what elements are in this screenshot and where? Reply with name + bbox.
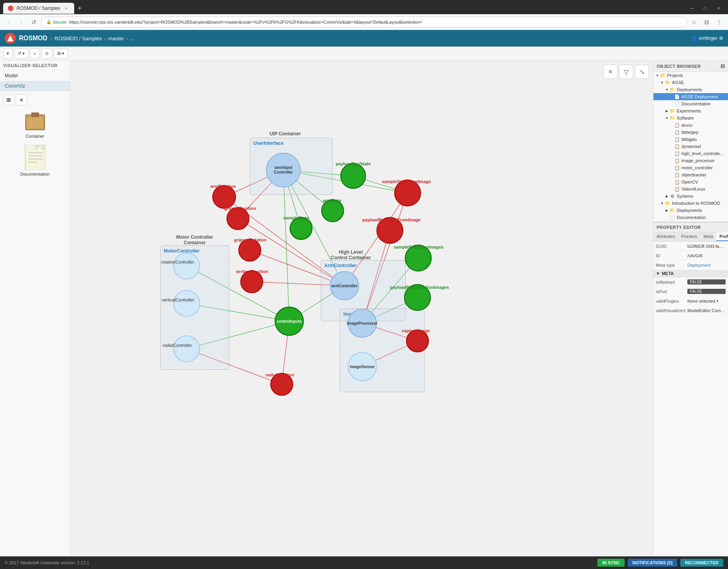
prop-row-validvisualizers: validVisualizers ModelEditor CommV...	[653, 306, 728, 315]
node-rotationController[interactable]	[173, 253, 200, 279]
prop-key-id: ID	[656, 253, 687, 258]
refresh-btn[interactable]: ⊙	[41, 49, 52, 59]
sidebar-item-model[interactable]: Model	[0, 71, 70, 81]
sidebar-item-commviz[interactable]: CommViz	[0, 81, 70, 91]
reconnected-btn[interactable]: RECONNECTED	[680, 559, 723, 567]
node-imageSensor[interactable]: imageSensor	[348, 352, 377, 381]
back-btn[interactable]: ‹	[3, 17, 14, 28]
node-radialController[interactable]	[173, 335, 200, 362]
tree-item-image-processor[interactable]: 📋 image_processor	[653, 157, 728, 164]
tab-close-btn[interactable]: ×	[64, 6, 69, 11]
maximize-btn[interactable]: □	[699, 3, 711, 14]
file-icon: 📋	[674, 179, 680, 185]
minimize-btn[interactable]: ─	[685, 3, 698, 14]
canvas-fit-btn[interactable]: ⤡	[635, 65, 649, 79]
tree-item-high-level[interactable]: 📋 high_level_controlle...	[653, 150, 728, 157]
svg-rect-1	[31, 112, 39, 117]
canvas-filter-btn[interactable]: ▽	[619, 65, 633, 79]
node-controlInputs[interactable]: controlInputs	[275, 307, 304, 336]
prop-value-isabstract[interactable]: FALSE	[687, 279, 726, 284]
tree-item-deployments[interactable]: ▼ 📁 Deployments	[653, 86, 728, 93]
tree-item-aruco[interactable]: 📋 aruco	[653, 122, 728, 129]
prop-value-validplugins[interactable]: None selected	[687, 299, 726, 303]
node-label-imageSensor-inner: imageSensor	[350, 365, 375, 369]
tree-label-aruco: aruco	[681, 123, 692, 127]
new-tab-btn[interactable]: +	[74, 3, 85, 14]
node-verticalController[interactable]	[173, 290, 200, 317]
tree-item-intro-rosmod[interactable]: ▼ 📁 Introduction to ROSMOD	[653, 200, 728, 207]
tree-item-intro-deployments[interactable]: ▶ 📁 Deployments	[653, 207, 728, 214]
file-icon: 📋	[674, 165, 680, 170]
tree-arrow: ▶	[664, 209, 669, 212]
forward-btn[interactable]: ›	[16, 17, 27, 28]
redo-btn[interactable]: ↺ ▾	[14, 49, 28, 59]
tree-label-video4linux: Video4Linux	[681, 187, 705, 191]
tree-item-agse-deployment[interactable]: 📄 AGSE Deployment	[653, 93, 728, 100]
node-label-armController-inner: armController	[331, 284, 357, 288]
prop-row-isport: isPort FALSE	[653, 287, 728, 296]
breadcrumb-sep1: ›	[51, 36, 52, 41]
tree-item-software-agse[interactable]: ▼ 📁 Software	[653, 114, 728, 122]
tab-attributes[interactable]: Attributes	[653, 232, 678, 241]
tree-item-documentation[interactable]: 📄 Documentation	[653, 100, 728, 107]
breadcrumb-item1[interactable]: ROSMOD / Samples	[54, 36, 102, 41]
node-label-captureImage: captureImage	[402, 328, 430, 333]
tree-item-intro-documentation[interactable]: 📄 Documentation	[653, 214, 728, 221]
node-sampleState[interactable]	[290, 217, 313, 240]
reload-btn[interactable]: ↺	[28, 17, 39, 28]
node-label-verticalController: verticalController	[162, 298, 195, 302]
doc-palette-icon	[25, 145, 45, 170]
prop-value-isport[interactable]: FALSE	[687, 289, 726, 294]
doc-palette-label: Documentation	[21, 172, 50, 176]
uip-component-label: UserInterface	[253, 140, 284, 146]
tree-item-objecttracker[interactable]: 📋 objecttracker	[653, 171, 728, 178]
add-btn[interactable]: +	[30, 49, 39, 59]
tree-item-systems[interactable]: ▶ ⚙ Systems	[653, 193, 728, 200]
tree-label-projects: Projects	[667, 73, 683, 78]
notifications-btn[interactable]: NOTIFICATIONS [0]	[628, 559, 677, 567]
tree-arrow: ▶	[664, 195, 669, 198]
node-userInputController[interactable]: userInputController	[266, 153, 301, 187]
grid-view-btn[interactable]: ⊞	[3, 94, 14, 105]
sync-btn[interactable]: IN SYNC	[597, 559, 625, 567]
tree-item-experiments[interactable]: ▶ 📁 Experiments	[653, 107, 728, 114]
tree-item-video4linux[interactable]: 📋 Video4Linux	[653, 185, 728, 193]
meta-section: ▼ META	[653, 270, 728, 277]
motor-component-label: MotorController	[164, 248, 200, 254]
tree-item-bbbgpio[interactable]: 📋 bbbgpio	[653, 136, 728, 143]
object-browser-header: OBJECT BROWSER ⊟	[653, 61, 728, 72]
palette-container-item[interactable]: Container	[0, 109, 70, 142]
tree-item-agse[interactable]: ▼ 📁 AGSE	[653, 79, 728, 86]
menu-btn[interactable]: ⋮	[714, 17, 725, 28]
close-btn[interactable]: ×	[712, 3, 725, 14]
active-tab[interactable]: ROSMOD / Samples ×	[3, 3, 74, 14]
tab-meta[interactable]: Meta	[700, 232, 716, 241]
breadcrumb-item2[interactable]: master	[109, 36, 124, 41]
tree-item-dynamixel[interactable]: 📋 dynamixel	[653, 143, 728, 150]
tree-item-bbbegep[interactable]: 📋 bbbegep	[653, 129, 728, 136]
user-info: 👤 emfinger ⚙	[691, 36, 723, 41]
node-armRotation[interactable]	[212, 185, 236, 209]
tab-preferences[interactable]: Preferences	[716, 232, 728, 241]
property-editor: PROPERTY EDITOR Attributes Pointers Meta…	[653, 222, 728, 315]
layout-btn[interactable]: ⊞ ▾	[54, 49, 68, 59]
tree-item-opencv[interactable]: 📋 OpenCV	[653, 178, 728, 185]
tree-item-motor-controller[interactable]: 📋 motor_controller	[653, 164, 728, 171]
breadcrumb-item3[interactable]: ...	[131, 36, 135, 41]
tab-pointers[interactable]: Pointers	[678, 232, 700, 241]
extensions-btn[interactable]: ⊟	[701, 17, 712, 28]
node-payloadBayState[interactable]	[341, 163, 366, 189]
tree-label-systems: Systems	[677, 194, 693, 198]
palette-doc-item[interactable]: Documentation	[0, 142, 70, 180]
address-bar[interactable]: 🔒 Secure https://rosmod.rcps.isis.vander…	[41, 17, 687, 28]
bookmark-btn[interactable]: ☆	[689, 17, 700, 28]
list-view-btn[interactable]: ≡	[16, 94, 27, 105]
tree-item-projects[interactable]: ▼ 📁 Projects	[653, 72, 728, 79]
user-settings-icon[interactable]: ⚙	[719, 36, 723, 41]
undo-btn[interactable]: ▾	[3, 49, 13, 59]
main-toolbar: ▾ ↺ ▾ + ⊙ ⊞ ▾	[0, 47, 728, 61]
filter-icon[interactable]: ⊟	[721, 63, 725, 69]
canvas-menu-btn[interactable]: ≡	[603, 65, 618, 79]
node-armController[interactable]: armController	[330, 271, 359, 300]
node-imageProcessor[interactable]: imageProcessor	[348, 309, 377, 338]
